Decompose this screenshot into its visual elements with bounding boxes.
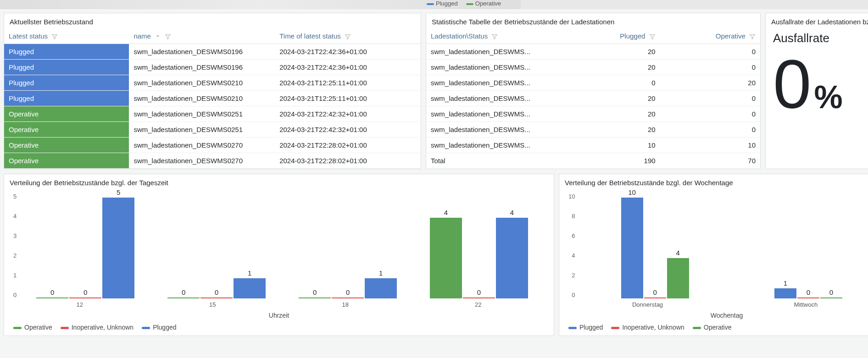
- table-row[interactable]: Operativeswm_ladestationen_DESWMS0251202…: [4, 122, 421, 138]
- panel-title: Verteilung der Betriebstzustände bzgl. d…: [4, 174, 554, 189]
- panel-title: Verteilung der Betriebstzustände bzgl. d…: [559, 174, 868, 189]
- bar[interactable]: 1: [365, 278, 397, 298]
- time-cell: 2024-03-21T12:25:11+01:00: [275, 75, 421, 91]
- filter-icon[interactable]: [649, 33, 656, 40]
- filter-icon[interactable]: [51, 33, 58, 40]
- bar[interactable]: 0: [200, 297, 233, 298]
- y-tick: 2: [572, 272, 575, 279]
- bar[interactable]: 4: [496, 218, 528, 298]
- table-row[interactable]: swm_ladestationen_DESWMS...200: [426, 91, 760, 106]
- col-time[interactable]: Time of latest status: [275, 28, 421, 44]
- col-label: Plugged: [620, 32, 645, 40]
- plugged-cell: 20: [560, 60, 660, 75]
- status-cell: Plugged: [4, 75, 129, 91]
- bar[interactable]: 0: [36, 297, 68, 298]
- table-row[interactable]: Pluggedswm_ladestationen_DESWMS01962024-…: [4, 44, 421, 60]
- col-name[interactable]: name: [129, 28, 275, 44]
- station-cell: swm_ladestationen_DESWMS...: [426, 91, 560, 106]
- legend-item-plugged: Plugged: [427, 0, 458, 7]
- bar-value-label: 0: [215, 288, 218, 296]
- latest-status-table: Latest status name Time of latest status…: [4, 28, 421, 169]
- table-row[interactable]: swm_ladestationen_DESWMS...200: [426, 44, 760, 60]
- bar-group: 001: [151, 278, 282, 298]
- table-row[interactable]: swm_ladestationen_DESWMS...200: [426, 122, 760, 138]
- top-sliver: Plugged Operative: [0, 0, 868, 9]
- bar[interactable]: 0: [797, 297, 819, 298]
- table-row[interactable]: swm_ladestationen_DESWMS...1010: [426, 138, 760, 153]
- legend-label: Inoperative, Unknown: [622, 324, 684, 331]
- operative-cell: 0: [660, 60, 760, 75]
- chart-plot[interactable]: 1004100: [578, 193, 868, 298]
- table-row[interactable]: Pluggedswm_ladestationen_DESWMS02102024-…: [4, 75, 421, 91]
- bar-group: 005: [20, 198, 151, 298]
- col-label: Latest status: [9, 32, 48, 40]
- y-tick: 4: [13, 213, 17, 220]
- legend-inop[interactable]: Inoperative, Unknown: [611, 324, 684, 331]
- bar[interactable]: 10: [621, 198, 643, 298]
- top-legend: Plugged Operative: [427, 0, 501, 7]
- y-axis: 543210: [13, 193, 19, 298]
- y-tick: 0: [572, 292, 575, 298]
- legend-plugged[interactable]: Plugged: [568, 324, 603, 331]
- x-tick: 18: [279, 301, 412, 308]
- table-row[interactable]: swm_ladestationen_DESWMS...020: [426, 75, 760, 91]
- y-tick: 0: [13, 292, 17, 298]
- y-tick: 2: [13, 252, 17, 259]
- table-row[interactable]: Operativeswm_ladestationen_DESWMS0251202…: [4, 106, 421, 122]
- filter-icon[interactable]: [749, 33, 756, 40]
- plugged-cell: 20: [560, 91, 660, 106]
- legend-label: Operative: [24, 324, 52, 331]
- legend-operative[interactable]: Operative: [693, 324, 732, 331]
- chart-plot[interactable]: 005001001404: [19, 193, 545, 298]
- col-station[interactable]: Ladestation\Status: [426, 28, 560, 44]
- bar[interactable]: 4: [667, 258, 689, 298]
- bar[interactable]: 4: [430, 218, 462, 298]
- table-row[interactable]: swm_ladestationen_DESWMS...200: [426, 60, 760, 75]
- bar[interactable]: 0: [69, 297, 101, 298]
- filter-icon[interactable]: [165, 33, 171, 40]
- table-row[interactable]: swm_ladestationen_DESWMS...200: [426, 106, 760, 122]
- status-cell: Plugged: [4, 44, 129, 60]
- status-cell: Plugged: [4, 60, 129, 75]
- table-row[interactable]: Operativeswm_ladestationen_DESWMS0270202…: [4, 138, 421, 153]
- x-labels: DonnerstagMittwoch: [568, 301, 868, 308]
- filter-icon[interactable]: [345, 33, 351, 40]
- filter-icon[interactable]: [491, 33, 498, 40]
- bar[interactable]: 0: [644, 297, 666, 298]
- legend-inop[interactable]: Inoperative, Unknown: [61, 324, 134, 331]
- failrate-unit: %: [814, 81, 842, 113]
- bar-value-label: 0: [477, 288, 481, 296]
- panel-title: Statistische Tabelle der Betriebszuständ…: [426, 13, 760, 28]
- bar-value-label: 0: [83, 288, 87, 296]
- bar[interactable]: 1: [234, 278, 266, 298]
- col-latest-status[interactable]: Latest status: [4, 28, 129, 44]
- bar[interactable]: 5: [102, 198, 134, 298]
- sort-asc-icon[interactable]: [155, 33, 161, 40]
- bar[interactable]: 0: [332, 297, 364, 298]
- chart-legend: Plugged Inoperative, Unknown Operative: [568, 324, 868, 331]
- col-plugged[interactable]: Plugged: [560, 28, 660, 44]
- col-operative[interactable]: Operative: [660, 28, 760, 44]
- panel-hour-chart: Verteilung der Betriebstzustände bzgl. d…: [4, 174, 554, 336]
- bar-value-label: 0: [182, 288, 185, 296]
- panel-latest-status: Aktuellster Betriebszustand Latest statu…: [4, 13, 421, 169]
- legend-plugged[interactable]: Plugged: [142, 324, 176, 331]
- x-tick: Mittwoch: [727, 301, 868, 308]
- plugged-cell: 20: [560, 122, 660, 138]
- legend-label: Inoperative, Unknown: [72, 324, 134, 331]
- time-cell: 2024-03-21T22:42:32+01:00: [275, 122, 421, 138]
- y-tick: 6: [572, 232, 575, 239]
- bar-value-label: 1: [248, 269, 251, 277]
- table-row[interactable]: Pluggedswm_ladestationen_DESWMS02102024-…: [4, 91, 421, 106]
- x-axis-title: Wochentag: [568, 312, 868, 319]
- bar[interactable]: 0: [167, 297, 200, 298]
- legend-operative[interactable]: Operative: [13, 324, 52, 331]
- total-label: Total: [426, 153, 560, 169]
- table-row[interactable]: Operativeswm_ladestationen_DESWMS0270202…: [4, 153, 421, 169]
- bar[interactable]: 0: [299, 297, 331, 298]
- bar[interactable]: 0: [820, 297, 842, 298]
- stats-table: Ladestation\Status Plugged Operative swm…: [426, 28, 760, 168]
- bar[interactable]: 0: [463, 297, 495, 298]
- bar[interactable]: 1: [774, 288, 796, 298]
- table-row[interactable]: Pluggedswm_ladestationen_DESWMS01962024-…: [4, 60, 421, 75]
